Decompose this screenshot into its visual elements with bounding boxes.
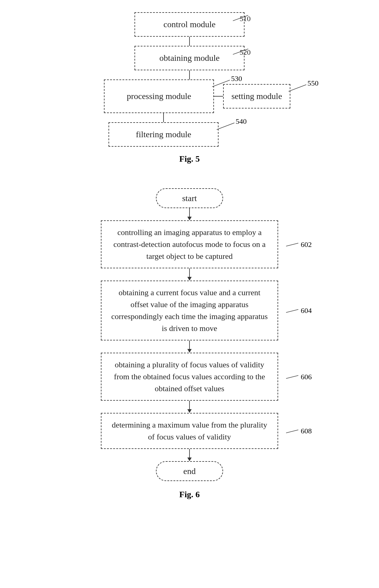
label-608: 608 xyxy=(285,427,312,435)
filtering-module-label: filtering module xyxy=(136,130,191,139)
label-608-line xyxy=(285,428,301,433)
label-550-line xyxy=(288,83,309,92)
svg-line-0 xyxy=(233,15,248,21)
setting-module-box: setting module xyxy=(223,84,290,108)
step602-label: controlling an imaging apparatus to empl… xyxy=(109,226,270,262)
label-602: 602 xyxy=(285,240,312,248)
svg-line-8 xyxy=(286,430,298,433)
label-604-line xyxy=(285,308,301,313)
control-module-label: control module xyxy=(164,20,215,29)
fig6-diagram: start controlling an imaging apparatus t… xyxy=(18,188,361,499)
arrow-602-604 xyxy=(187,268,192,281)
label-510-line xyxy=(230,12,251,21)
end-label: end xyxy=(183,466,196,476)
svg-line-7 xyxy=(286,376,298,379)
label-530: 530 xyxy=(231,75,242,83)
step608-box: determining a maximum value from the plu… xyxy=(101,413,278,449)
svg-line-4 xyxy=(217,123,234,130)
arrow-606-608 xyxy=(187,401,192,413)
connector-v2 xyxy=(189,70,190,79)
fig5-diagram: control module 510 obtaining module 520 xyxy=(18,12,361,164)
arrow-608-end xyxy=(187,449,192,461)
step604-label: obtaining a current focus value and a cu… xyxy=(109,287,270,334)
arrow-start-602 xyxy=(187,208,192,220)
obtaining-module-label: obtaining module xyxy=(160,53,220,63)
connector-v3 xyxy=(163,113,164,122)
svg-line-6 xyxy=(286,309,298,312)
step606-box: obtaining a plurality of focus values of… xyxy=(101,353,278,401)
obtaining-module-box: obtaining module xyxy=(134,46,245,70)
label-606-line xyxy=(285,374,301,379)
processing-module-label: processing module xyxy=(127,91,191,101)
start-label: start xyxy=(182,193,197,203)
h-connector-to-setting xyxy=(214,96,223,97)
processing-module-box: processing module xyxy=(104,79,214,113)
step602-box: controlling an imaging apparatus to empl… xyxy=(101,220,278,268)
step608-label: determining a maximum value from the plu… xyxy=(109,419,270,443)
connector-v1 xyxy=(189,37,190,46)
label-540: 540 xyxy=(236,117,247,126)
fig6-caption: Fig. 6 xyxy=(179,490,200,499)
end-node: end xyxy=(156,461,223,481)
label-520: 520 xyxy=(240,48,251,57)
filtering-module-box: filtering module xyxy=(109,122,219,147)
start-node: start xyxy=(156,188,223,208)
setting-module-label: setting module xyxy=(231,91,282,101)
control-module-box: control module xyxy=(134,12,245,37)
label-604: 604 xyxy=(285,307,312,315)
fig5-caption: Fig. 5 xyxy=(179,154,200,164)
label-602-line xyxy=(285,242,301,247)
svg-line-5 xyxy=(286,243,298,246)
arrow-604-606 xyxy=(187,340,192,353)
step606-label: obtaining a plurality of focus values of… xyxy=(109,359,270,395)
label-606: 606 xyxy=(285,373,312,381)
label-550: 550 xyxy=(307,79,318,87)
step604-box: obtaining a current focus value and a cu… xyxy=(101,281,278,340)
label-540-line xyxy=(216,122,237,130)
svg-line-3 xyxy=(289,85,306,91)
